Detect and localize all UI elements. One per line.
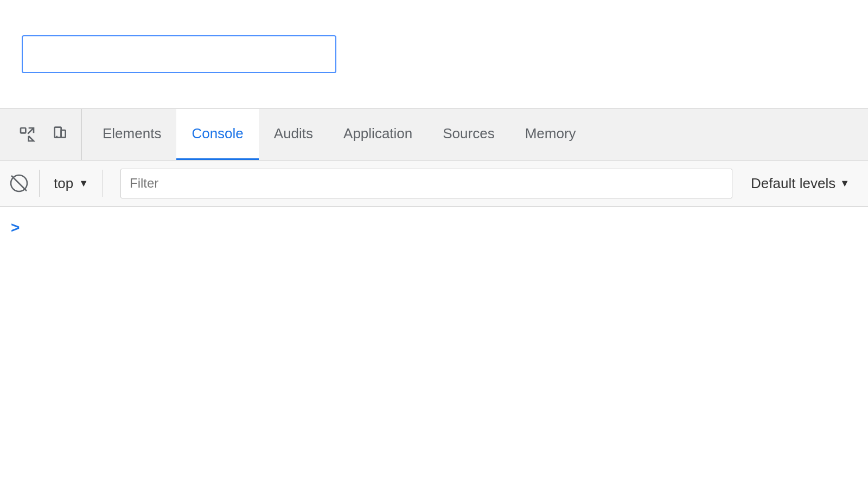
tabs-container: Elements Console Audits Application Sour…: [82, 109, 863, 160]
tab-bar: Elements Console Audits Application Sour…: [0, 109, 868, 160]
tab-sources[interactable]: Sources: [427, 109, 509, 160]
svg-rect-1: [55, 127, 61, 138]
tab-application[interactable]: Application: [328, 109, 427, 160]
console-output: >: [0, 207, 868, 423]
toolbar-divider-2: [103, 170, 103, 197]
browser-top-area: [0, 0, 868, 108]
tab-audits[interactable]: Audits: [259, 109, 328, 160]
filter-input[interactable]: [120, 169, 732, 198]
url-bar-input[interactable]: [22, 35, 336, 73]
tab-console[interactable]: Console: [176, 109, 258, 160]
console-toolbar: top ▼ Default levels ▼: [0, 160, 868, 207]
toolbar-divider: [39, 170, 40, 197]
tab-icons: [5, 109, 82, 160]
svg-rect-2: [61, 130, 66, 137]
inspect-element-button[interactable]: [14, 121, 41, 148]
tab-memory[interactable]: Memory: [510, 109, 591, 160]
svg-rect-0: [21, 128, 25, 133]
clear-console-button[interactable]: [5, 170, 33, 197]
context-label: top: [54, 175, 73, 192]
console-prompt: >: [11, 215, 857, 241]
url-bar-container: [22, 35, 336, 73]
tab-elements[interactable]: Elements: [87, 109, 176, 160]
default-levels-label: Default levels: [751, 175, 835, 192]
devtools-panel: Elements Console Audits Application Sour…: [0, 108, 868, 423]
default-levels-selector[interactable]: Default levels ▼: [743, 171, 857, 196]
context-selector[interactable]: top ▼: [46, 171, 96, 196]
default-levels-arrow: ▼: [840, 178, 850, 189]
console-prompt-arrow: >: [11, 219, 20, 236]
context-dropdown-arrow: ▼: [79, 178, 88, 189]
device-mode-button[interactable]: [46, 121, 73, 148]
